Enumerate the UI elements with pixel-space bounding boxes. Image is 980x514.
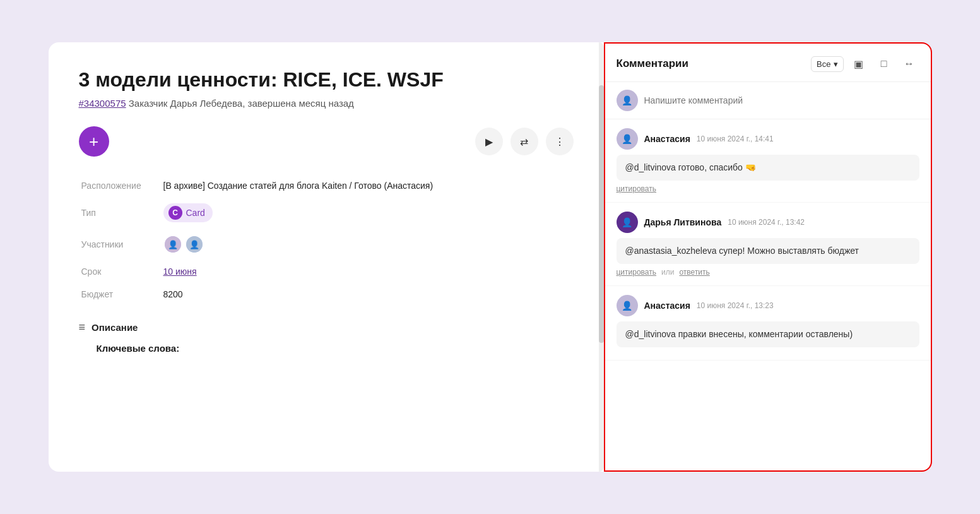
comment-body-2: @anastasia_kozheleva супер! Можно выстав… [617, 238, 919, 264]
square-icon: □ [881, 58, 887, 69]
card-detail-panel: 3 модели ценности: RICE, ICE. WSJF #3430… [49, 42, 604, 472]
quote-link-1[interactable]: цитировать [617, 184, 657, 193]
avatar-1[interactable]: 👤 [163, 235, 182, 254]
field-row-location: Расположение [В архиве] Создание статей … [79, 174, 574, 197]
comment-avatar-2: 👤 [617, 212, 638, 233]
comment-item: 👤 Анастасия 10 июня 2024 г., 13:23 @d_li… [605, 286, 931, 361]
comment-author-1: Анастасия [644, 134, 690, 144]
comment-author-2: Дарья Литвинова [644, 217, 722, 227]
comment-body-3: @d_litvinova правки внесены, комментарии… [617, 321, 919, 347]
filter-label: Все [817, 59, 830, 69]
comment-date-2: 10 июня 2024 г., 13:42 [728, 218, 805, 227]
comments-header: Комментарии Все ▾ ▣ □ ↔ [605, 44, 931, 82]
monitor-icon: ▣ [854, 58, 863, 70]
comment-input-area: 👤 [605, 82, 931, 119]
field-row-budget: Бюджет 8200 [79, 283, 574, 306]
comments-list: 👤 Анастасия 10 июня 2024 г., 14:41 @d_li… [605, 119, 931, 470]
more-button[interactable]: ⋮ [546, 128, 574, 155]
field-value-members: 👤 👤 [161, 229, 574, 260]
field-label-budget: Бюджет [79, 283, 161, 306]
comment-meta-3: 👤 Анастасия 10 июня 2024 г., 13:23 [617, 295, 919, 316]
expand-icon-btn[interactable]: ↔ [899, 54, 919, 74]
chevron-down-icon: ▾ [834, 59, 838, 69]
field-row-members: Участники 👤 👤 [79, 229, 574, 260]
field-label-type: Тип [79, 197, 161, 229]
reply-link-2[interactable]: ответить [679, 268, 709, 277]
card-title: 3 модели ценности: RICE, ICE. WSJF [79, 68, 574, 92]
members-avatars: 👤 👤 [163, 235, 571, 254]
quote-link-2[interactable]: цитировать [617, 268, 657, 277]
play-button[interactable]: ▶ [475, 128, 503, 155]
field-row-deadline: Срок 10 июня [79, 260, 574, 283]
comments-title: Комментарии [617, 57, 806, 70]
arrows-icon: ↔ [904, 58, 914, 69]
or-text-2: или [661, 268, 674, 277]
comment-body-1: @d_litvinova готово, спасибо 🤜 [617, 155, 919, 181]
field-row-type: Тип C Card [79, 197, 574, 229]
comment-avatar-3: 👤 [617, 295, 638, 316]
card-id-link[interactable]: #34300575 [79, 98, 126, 109]
field-label-members: Участники [79, 229, 161, 260]
add-button[interactable]: + [79, 126, 109, 157]
card-subtitle: #34300575 Заказчик Дарья Лебедева, завер… [79, 98, 574, 109]
comment-input[interactable] [644, 95, 919, 105]
avatar-2[interactable]: 👤 [185, 235, 204, 254]
comment-date-1: 10 июня 2024 г., 14:41 [697, 134, 774, 143]
more-icon: ⋮ [555, 136, 565, 148]
description-label: Описание [92, 322, 138, 333]
lines-icon: ≡ [79, 321, 86, 334]
comment-meta-2: 👤 Дарья Литвинова 10 июня 2024 г., 13:42 [617, 212, 919, 233]
field-value-type[interactable]: C Card [161, 197, 574, 229]
share-icon: ⇄ [520, 136, 528, 148]
field-value-location: [В архиве] Создание статей для блога Kai… [161, 174, 574, 197]
monitor-icon-btn[interactable]: ▣ [849, 54, 869, 74]
type-badge-label: Card [186, 208, 205, 218]
type-badge[interactable]: C Card [163, 203, 213, 222]
comment-avatar-1: 👤 [617, 128, 638, 150]
comment-item: 👤 Анастасия 10 июня 2024 г., 14:41 @d_li… [605, 119, 931, 203]
square-icon-btn[interactable]: □ [874, 54, 894, 74]
card-actions-row: + ▶ ⇄ ⋮ [79, 126, 574, 157]
left-scrollbar[interactable] [599, 42, 604, 472]
scrollbar-thumb [599, 85, 604, 343]
field-value-deadline: 10 июня [161, 260, 574, 283]
field-value-budget: 8200 [161, 283, 574, 306]
comment-actions-1: цитировать [617, 184, 919, 193]
comment-author-3: Анастасия [644, 301, 690, 311]
type-badge-icon: C [168, 206, 182, 220]
current-user-avatar: 👤 [617, 90, 638, 111]
comment-actions-2: цитировать или ответить [617, 268, 919, 277]
play-icon: ▶ [485, 136, 493, 148]
field-label-location: Расположение [79, 174, 161, 197]
field-label-deadline: Срок [79, 260, 161, 283]
card-fields-table: Расположение [В архиве] Создание статей … [79, 174, 574, 306]
description-section: ≡ Описание [79, 321, 574, 334]
comment-date-3: 10 июня 2024 г., 13:23 [697, 301, 774, 310]
share-button[interactable]: ⇄ [511, 128, 538, 155]
comment-meta-1: 👤 Анастасия 10 июня 2024 г., 14:41 [617, 128, 919, 150]
comment-item: 👤 Дарья Литвинова 10 июня 2024 г., 13:42… [605, 203, 931, 286]
keywords-label: Ключевые слова: [97, 343, 574, 354]
comments-filter-dropdown[interactable]: Все ▾ [811, 56, 843, 72]
deadline-link[interactable]: 10 июня [163, 266, 197, 277]
comments-panel: Комментарии Все ▾ ▣ □ ↔ 👤 👤 [604, 42, 932, 472]
